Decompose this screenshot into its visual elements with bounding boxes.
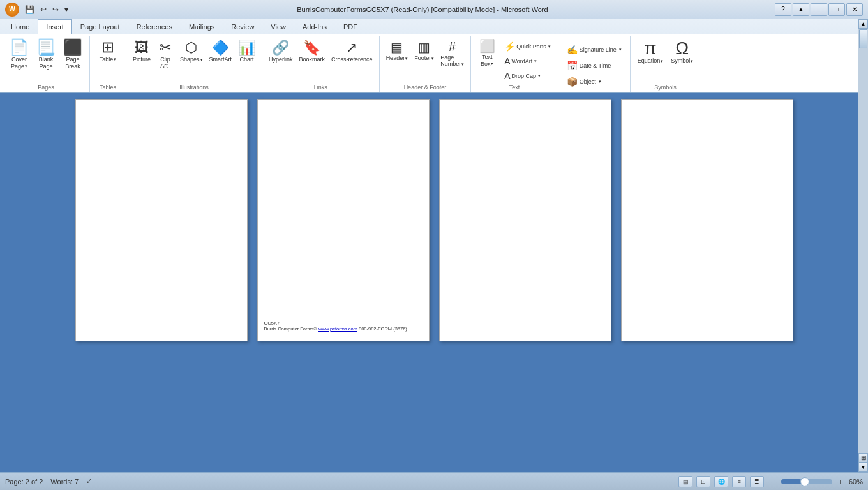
vertical-scrollbar[interactable]: ▲ ⊞ ▼ bbox=[858, 19, 868, 472]
quick-parts-button[interactable]: ⚡Quick Parts▾ bbox=[501, 40, 554, 53]
text-group: ⬜ TextBox▾ ⚡Quick Parts▾ AWordArt▾ ADrop… bbox=[471, 36, 558, 92]
redo-button[interactable]: ↪ bbox=[50, 4, 61, 15]
minimize-window-button[interactable]: — bbox=[811, 3, 827, 16]
hyperlink-button[interactable]: 🔗 Hyperlink bbox=[266, 38, 296, 64]
zoom-plus-button[interactable]: + bbox=[839, 478, 842, 486]
quick-parts-icon: ⚡ bbox=[504, 41, 515, 52]
office-logo-text: W bbox=[9, 6, 15, 13]
quick-access-toolbar: 💾 ↩ ↪ ▾ bbox=[23, 4, 70, 15]
equation-button[interactable]: π Equation▾ bbox=[634, 38, 667, 66]
table-button[interactable]: ⊞ Table▾ bbox=[94, 38, 122, 65]
page-2-footer: GC5X7 Burris Computer Forms® www.pcforms… bbox=[264, 320, 407, 332]
signature-group: ✍ Signature Line▾ 📅 Date & Time 📦 Object… bbox=[558, 36, 631, 92]
blank-page-button[interactable]: 📃 BlankPage bbox=[33, 38, 59, 72]
scroll-track[interactable] bbox=[858, 29, 868, 453]
tab-review[interactable]: Review bbox=[223, 19, 262, 34]
ribbon-tabs: Home Insert Page Layout References Maili… bbox=[0, 19, 868, 34]
tab-view[interactable]: View bbox=[262, 19, 294, 34]
header-button[interactable]: ▤ Header▾ bbox=[384, 38, 411, 63]
tab-references[interactable]: References bbox=[128, 19, 181, 34]
clip-art-button[interactable]: ✂ ClipArt bbox=[154, 38, 176, 71]
draft-view-button[interactable]: ≣ bbox=[750, 476, 764, 487]
help-button[interactable]: ? bbox=[775, 3, 791, 16]
status-bar: Page: 2 of 2 Words: 7 ✓ ▤ ⊡ 🌐 ≡ ≣ − + 60… bbox=[0, 472, 868, 490]
tab-page-layout[interactable]: Page Layout bbox=[72, 19, 128, 34]
picture-icon: 🖼 bbox=[135, 40, 149, 56]
object-button[interactable]: 📦 Object▾ bbox=[562, 75, 606, 89]
page-break-icon: ⬛ bbox=[63, 40, 82, 55]
status-bar-right: ▤ ⊡ 🌐 ≡ ≣ − + 60% bbox=[678, 476, 863, 487]
outline-view-button[interactable]: ≡ bbox=[732, 476, 746, 487]
tab-insert[interactable]: Insert bbox=[38, 19, 72, 34]
word-count: Words: 7 bbox=[50, 478, 79, 486]
scroll-up-button[interactable]: ▲ bbox=[858, 19, 868, 29]
blank-page-icon: 📃 bbox=[36, 40, 56, 55]
page-1 bbox=[75, 99, 248, 341]
scroll-thumb[interactable] bbox=[859, 29, 867, 48]
drop-cap-icon: A bbox=[504, 71, 510, 81]
header-footer-group-label: Header & Footer bbox=[384, 84, 467, 91]
ribbon-minimize-button[interactable]: ▲ bbox=[793, 3, 809, 16]
full-screen-view-button[interactable]: ⊡ bbox=[696, 476, 710, 487]
wordart-icon: A bbox=[504, 56, 510, 66]
save-button[interactable]: 💾 bbox=[23, 4, 36, 15]
signature-line-button[interactable]: ✍ Signature Line▾ bbox=[562, 43, 626, 57]
close-window-button[interactable]: ✕ bbox=[846, 3, 863, 16]
tables-group-label: Tables bbox=[94, 84, 122, 91]
zoom-slider[interactable] bbox=[781, 479, 832, 484]
equation-icon: π bbox=[644, 40, 656, 57]
drop-cap-button[interactable]: ADrop Cap▾ bbox=[501, 70, 554, 82]
symbol-icon: Ω bbox=[675, 40, 689, 57]
ribbon: Home Insert Page Layout References Maili… bbox=[0, 19, 868, 93]
web-layout-view-button[interactable]: 🌐 bbox=[714, 476, 728, 487]
header-icon: ▤ bbox=[391, 40, 403, 55]
chart-button[interactable]: 📊 Chart bbox=[236, 38, 258, 64]
tab-pdf[interactable]: PDF bbox=[335, 19, 366, 34]
picture-button[interactable]: 🖼 Picture bbox=[130, 38, 153, 64]
page-number-button[interactable]: # PageNumber▾ bbox=[438, 38, 467, 69]
status-bar-left: Page: 2 of 2 Words: 7 ✓ bbox=[5, 477, 92, 486]
maximize-window-button[interactable]: □ bbox=[828, 3, 845, 16]
shapes-button[interactable]: ⬡ Shapes▾ bbox=[177, 38, 206, 64]
cover-page-icon: 📄 bbox=[10, 40, 29, 55]
symbols-group-label: Symbols bbox=[634, 84, 697, 91]
office-logo[interactable]: W bbox=[5, 3, 19, 17]
footer-button[interactable]: ▥ Footer▾ bbox=[412, 38, 437, 63]
footer-line2: Burris Computer Forms® www.pcforms.com 8… bbox=[264, 326, 407, 332]
quick-access-dropdown[interactable]: ▾ bbox=[63, 4, 70, 15]
links-group: 🔗 Hyperlink 🔖 Bookmark ↗ Cross-reference… bbox=[262, 36, 380, 92]
illustrations-group: 🖼 Picture ✂ ClipArt ⬡ Shapes▾ 🔷 SmartArt… bbox=[126, 36, 262, 92]
header-footer-group: ▤ Header▾ ▥ Footer▾ # PageNumber▾ Header… bbox=[380, 36, 472, 92]
undo-button[interactable]: ↩ bbox=[38, 4, 49, 15]
scroll-resize-grip[interactable]: ⊞ bbox=[858, 453, 868, 463]
document-area: GC5X7 Burris Computer Forms® www.pcforms… bbox=[0, 93, 868, 456]
tab-home[interactable]: Home bbox=[3, 19, 38, 34]
symbol-button[interactable]: Ω Symbol▾ bbox=[668, 38, 696, 66]
page-break-button[interactable]: ⬛ PageBreak bbox=[60, 38, 86, 72]
zoom-minus-button[interactable]: − bbox=[770, 478, 774, 486]
clip-art-icon: ✂ bbox=[160, 40, 171, 56]
date-time-button[interactable]: 📅 Date & Time bbox=[562, 59, 616, 73]
print-layout-view-button[interactable]: ▤ bbox=[678, 476, 692, 487]
scroll-down-button[interactable]: ▼ bbox=[858, 463, 868, 472]
pages-group: 📄 CoverPage▾ 📃 BlankPage ⬛ PageBreak Pag… bbox=[3, 36, 90, 92]
page-3 bbox=[439, 99, 611, 341]
text-box-button[interactable]: ⬜ TextBox▾ bbox=[475, 38, 499, 70]
footer-icon: ▥ bbox=[418, 40, 430, 55]
text-group-label: Text bbox=[475, 84, 554, 91]
page-number-icon: # bbox=[449, 40, 456, 54]
bookmark-button[interactable]: 🔖 Bookmark bbox=[297, 38, 328, 64]
illustrations-group-label: Illustrations bbox=[130, 84, 258, 91]
spell-check-icon[interactable]: ✓ bbox=[86, 477, 92, 486]
page-2: GC5X7 Burris Computer Forms® www.pcforms… bbox=[257, 99, 430, 341]
object-icon: 📦 bbox=[567, 77, 578, 87]
links-group-label: Links bbox=[266, 84, 375, 91]
tab-mailings[interactable]: Mailings bbox=[181, 19, 223, 34]
chart-icon: 📊 bbox=[238, 40, 255, 56]
cover-page-button[interactable]: 📄 CoverPage▾ bbox=[6, 38, 32, 72]
smartart-button[interactable]: 🔷 SmartArt bbox=[207, 38, 235, 64]
wordart-button[interactable]: AWordArt▾ bbox=[501, 55, 554, 68]
cross-reference-icon: ↗ bbox=[346, 40, 357, 56]
tab-add-ins[interactable]: Add-Ins bbox=[294, 19, 335, 34]
cross-reference-button[interactable]: ↗ Cross-reference bbox=[329, 38, 375, 64]
